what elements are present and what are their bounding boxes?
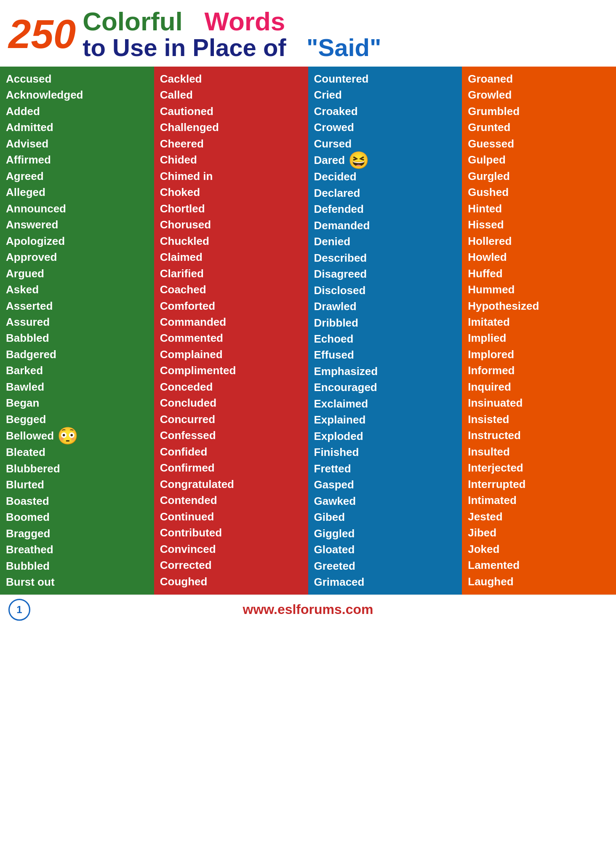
list-item: Challenged xyxy=(160,119,302,135)
list-item: Bleated xyxy=(6,444,148,460)
list-item: Grumbled xyxy=(468,103,610,119)
list-item: Bellowed😳 xyxy=(6,427,148,444)
list-item: Coached xyxy=(160,281,302,297)
list-item: Commanded xyxy=(160,314,302,330)
list-item: Gawked xyxy=(314,493,456,509)
header-text: Colorful Words to Use in Place of "Said" xyxy=(83,8,381,61)
list-item: Instructed xyxy=(468,427,610,443)
list-item: Acknowledged xyxy=(6,87,148,103)
blue-column: CounteredCriedCroakedCrowedCursedDared😆D… xyxy=(308,67,462,595)
list-item: Complained xyxy=(160,346,302,362)
list-item: Badgered xyxy=(6,346,148,362)
list-item: Gushed xyxy=(468,184,610,200)
list-item: Admitted xyxy=(6,119,148,135)
list-item: Exclaimed xyxy=(314,396,456,412)
list-item: Exploded xyxy=(314,428,456,444)
header-line2: to Use in Place of "Said" xyxy=(83,35,381,61)
list-item: Choked xyxy=(160,184,302,200)
list-item: Blubbered xyxy=(6,461,148,477)
list-item: Cried xyxy=(314,87,456,103)
orange-column: GroanedGrowledGrumbledGruntedGuessedGulp… xyxy=(462,67,616,595)
list-item: Giggled xyxy=(314,525,456,541)
list-item: Accused xyxy=(6,71,148,87)
list-item: Announced xyxy=(6,201,148,217)
list-item: Cautioned xyxy=(160,103,302,119)
list-item: Insulted xyxy=(468,444,610,460)
list-item: Gasped xyxy=(314,477,456,493)
list-item: Concurred xyxy=(160,411,302,427)
list-item: Bubbled xyxy=(6,558,148,574)
list-item: Hypothesized xyxy=(468,298,610,314)
list-item: Alleged xyxy=(6,184,148,200)
list-item: Huffed xyxy=(468,265,610,281)
emoji-row: Bellowed😳 xyxy=(6,427,148,444)
url-main-colored: eslforums xyxy=(277,602,342,617)
list-item: Breathed xyxy=(6,541,148,557)
list-item: Finished xyxy=(314,444,456,460)
list-item: Drawled xyxy=(314,298,456,314)
header: 250 Colorful Words to Use in Place of "S… xyxy=(0,0,616,67)
list-item: Cheered xyxy=(160,136,302,152)
list-item: Declared xyxy=(314,185,456,201)
list-item: Informed xyxy=(468,362,610,378)
list-item: Corrected xyxy=(160,557,302,573)
list-item: Insinuated xyxy=(468,395,610,411)
columns-container: AccusedAcknowledgedAddedAdmittedAdvisedA… xyxy=(0,67,616,595)
list-item: Asked xyxy=(6,281,148,297)
list-item: Contributed xyxy=(160,525,302,541)
list-item: Chided xyxy=(160,152,302,168)
emoji-row: Dared😆 xyxy=(314,152,456,169)
list-item: Interrupted xyxy=(468,476,610,492)
list-item: Conceded xyxy=(160,379,302,395)
words-label: Words xyxy=(204,7,285,36)
list-item: Dribbled xyxy=(314,315,456,331)
list-item: Advised xyxy=(6,136,148,152)
list-item: Lamented xyxy=(468,557,610,573)
list-item: Joked xyxy=(468,541,610,557)
list-item: Implored xyxy=(468,346,610,362)
eyes-emoji: 😳 xyxy=(57,427,78,444)
header-number: 250 xyxy=(8,14,76,54)
list-item: Agreed xyxy=(6,168,148,184)
list-item: Disagreed xyxy=(314,266,456,282)
list-item: Dared😆 xyxy=(314,152,456,169)
list-item: Hollered xyxy=(468,233,610,249)
list-item: Gibed xyxy=(314,509,456,525)
word-text: Dared xyxy=(314,152,345,168)
to-use-label: to Use in Place of xyxy=(83,34,286,61)
list-item: Blurted xyxy=(6,477,148,493)
list-item: Convinced xyxy=(160,541,302,557)
list-item: Growled xyxy=(468,87,610,103)
list-item: Decided xyxy=(314,169,456,185)
list-item: Fretted xyxy=(314,461,456,477)
list-item: Jibed xyxy=(468,525,610,541)
list-item: Hummed xyxy=(468,281,610,297)
list-item: Contended xyxy=(160,492,302,508)
header-line1: Colorful Words xyxy=(83,8,381,35)
list-item: Begged xyxy=(6,411,148,427)
list-item: Croaked xyxy=(314,103,456,119)
list-item: Asserted xyxy=(6,298,148,314)
list-item: Confessed xyxy=(160,427,302,443)
list-item: Barked xyxy=(6,362,148,378)
list-item: Babbled xyxy=(6,330,148,346)
list-item: Boomed xyxy=(6,509,148,525)
list-item: Crowed xyxy=(314,119,456,135)
list-item: Chorused xyxy=(160,217,302,233)
said-label: "Said" xyxy=(307,34,381,61)
list-item: Laughed xyxy=(468,574,610,590)
list-item: Gloated xyxy=(314,541,456,557)
list-item: Emphasized xyxy=(314,363,456,379)
list-item: Denied xyxy=(314,233,456,249)
list-item: Grimaced xyxy=(314,574,456,590)
list-item: Concluded xyxy=(160,395,302,411)
list-item: Disclosed xyxy=(314,282,456,298)
list-item: Confided xyxy=(160,444,302,460)
list-item: Encouraged xyxy=(314,379,456,395)
list-item: Echoed xyxy=(314,331,456,347)
colorful-label: Colorful xyxy=(83,7,183,36)
list-item: Continued xyxy=(160,509,302,525)
list-item: Explained xyxy=(314,412,456,428)
list-item: Coughed xyxy=(160,574,302,590)
list-item: Approved xyxy=(6,249,148,265)
